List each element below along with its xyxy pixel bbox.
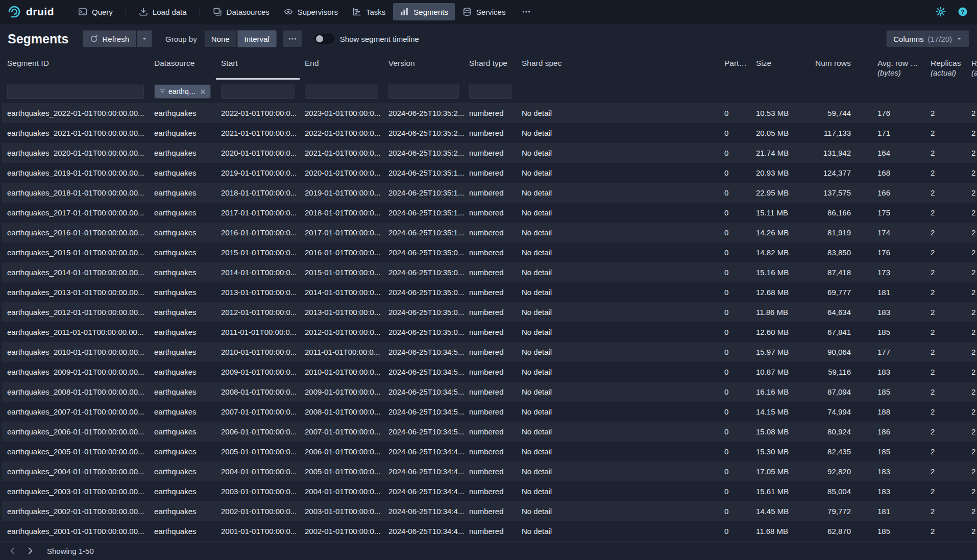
druid-console: druid QueryLoad dataDatasourcesSuperviso… — [0, 0, 977, 560]
cell-replication_factor: 2 — [966, 268, 977, 277]
cell-start: 2012-01-01T00:00:0... — [216, 308, 300, 316]
nav-more-button[interactable] — [515, 3, 538, 20]
column-header-shard_type[interactable]: Shard type — [464, 54, 517, 80]
filter-cell-segment_id — [2, 84, 149, 99]
columns-button[interactable]: Columns (17/20) — [886, 30, 969, 47]
column-header-datasource[interactable]: Datasource — [149, 54, 216, 80]
cell-num_rows: 90,064 — [810, 348, 872, 356]
filter-input-segment_id[interactable] — [7, 84, 144, 99]
cell-segment_id: earthquakes_2012-01-01T00:00:00.00... — [2, 308, 149, 316]
cell-num_rows: 62,870 — [810, 527, 872, 535]
table-row[interactable]: earthquakes_2014-01-01T00:00:00.00...ear… — [2, 262, 977, 282]
filter-input-datasource[interactable]: earthquake — [154, 84, 211, 99]
column-header-replicas[interactable]: Replicas(actual) — [925, 54, 966, 80]
cell-end: 2006-01-01T00:00:0... — [300, 447, 383, 456]
cell-datasource: earthquakes — [149, 308, 216, 316]
nav-item-datasources[interactable]: Datasources — [206, 3, 276, 20]
table-row[interactable]: earthquakes_2007-01-01T00:00:00.00...ear… — [2, 402, 977, 422]
table-row[interactable]: earthquakes_2003-01-01T00:00:00.00...ear… — [2, 481, 977, 501]
view-header: Segments Refresh Group by NoneInterval S… — [0, 23, 977, 54]
column-header-segment_id[interactable]: Segment ID — [2, 54, 149, 80]
segment-timeline-toggle[interactable]: Show segment timeline — [314, 34, 419, 44]
filter-cell-start — [216, 84, 300, 99]
column-header-num_rows[interactable]: Num rows — [810, 54, 872, 80]
filter-input-end[interactable] — [305, 84, 378, 99]
cell-shard_spec: No detail — [517, 228, 719, 237]
group-by-interval-button[interactable]: Interval — [237, 30, 277, 47]
datasource-filter-tag[interactable]: earthquake — [155, 85, 210, 98]
table-row[interactable]: earthquakes_2001-01-01T00:00:00.00...ear… — [2, 521, 977, 541]
cell-replicas: 2 — [925, 129, 966, 137]
cell-datasource: earthquakes — [149, 228, 216, 237]
table-row[interactable]: earthquakes_2015-01-01T00:00:00.00...ear… — [2, 242, 977, 262]
cell-end: 2017-01-01T00:00:0... — [300, 228, 383, 237]
nav-item-services[interactable]: Services — [456, 3, 512, 20]
tasks-icon — [352, 7, 361, 16]
cell-partition: 0 — [719, 168, 751, 177]
cell-start: 2004-01-01T00:00:0... — [216, 467, 300, 476]
column-label: Replication factor — [971, 59, 977, 68]
table-row[interactable]: earthquakes_2011-01-01T00:00:00.00...ear… — [2, 322, 977, 342]
table-row[interactable]: earthquakes_2018-01-01T00:00:00.00...ear… — [2, 183, 977, 203]
filter-input-shard_type[interactable] — [469, 84, 511, 99]
table-row[interactable]: earthquakes_2020-01-01T00:00:00.00...ear… — [2, 143, 977, 163]
settings-button[interactable] — [934, 5, 948, 19]
cell-end: 2018-01-01T00:00:0... — [300, 208, 383, 217]
table-row[interactable]: earthquakes_2021-01-01T00:00:00.00...ear… — [2, 123, 977, 143]
nav-item-load-data[interactable]: Load data — [132, 3, 193, 20]
table-row[interactable]: earthquakes_2005-01-01T00:00:00.00...ear… — [2, 442, 977, 461]
toggle-switch[interactable] — [314, 34, 334, 44]
cell-replicas: 2 — [925, 168, 966, 177]
cell-replication_factor: 2 — [966, 507, 977, 516]
column-header-partition[interactable]: Partition — [719, 54, 751, 80]
column-header-size[interactable]: Size — [751, 54, 810, 80]
cell-segment_id: earthquakes_2010-01-01T00:00:00.00... — [2, 348, 149, 356]
table-row[interactable]: earthquakes_2004-01-01T00:00:00.00...ear… — [2, 461, 977, 481]
table-row[interactable]: earthquakes_2002-01-01T00:00:00.00...ear… — [2, 501, 977, 521]
column-header-avg_row_size[interactable]: Avg. row size(bytes) — [872, 54, 925, 80]
nav-item-supervisors[interactable]: Supervisors — [277, 3, 345, 20]
table-row[interactable]: earthquakes_2008-01-01T00:00:00.00...ear… — [2, 382, 977, 402]
cell-replication_factor: 2 — [966, 109, 977, 117]
table-row[interactable]: earthquakes_2017-01-01T00:00:00.00...ear… — [2, 203, 977, 223]
remove-filter-button[interactable] — [200, 88, 206, 95]
table-row[interactable]: earthquakes_2016-01-01T00:00:00.00...ear… — [2, 223, 977, 242]
column-header-shard_spec[interactable]: Shard spec — [517, 54, 719, 80]
cell-datasource: earthquakes — [149, 248, 216, 257]
cell-num_rows: 86,166 — [810, 208, 872, 217]
cell-partition: 0 — [719, 427, 751, 436]
refresh-options-button[interactable] — [137, 30, 152, 47]
column-header-version[interactable]: Version — [383, 54, 464, 80]
table-row[interactable]: earthquakes_2012-01-01T00:00:00.00...ear… — [2, 302, 977, 322]
next-page-button[interactable] — [22, 544, 38, 558]
column-header-start[interactable]: Start — [216, 54, 300, 80]
brand[interactable]: druid — [7, 5, 54, 19]
cell-size: 15.11 MB — [751, 208, 810, 217]
cell-num_rows: 131,942 — [810, 149, 872, 157]
column-label: Version — [388, 59, 460, 68]
header-more-button[interactable] — [283, 30, 302, 47]
cell-replication_factor: 2 — [966, 168, 977, 177]
nav-item-tasks[interactable]: Tasks — [346, 3, 392, 20]
nav-item-query[interactable]: Query — [71, 3, 119, 20]
table-row[interactable]: earthquakes_2013-01-01T00:00:00.00...ear… — [2, 282, 977, 302]
table-row[interactable]: earthquakes_2010-01-01T00:00:00.00...ear… — [2, 342, 977, 362]
cell-version: 2024-06-25T10:34:5... — [383, 407, 464, 416]
prev-page-button[interactable] — [5, 544, 20, 558]
cell-avg_row_size: 185 — [872, 387, 925, 396]
table-row[interactable]: earthquakes_2009-01-01T00:00:00.00...ear… — [2, 362, 977, 382]
filter-cell-version — [383, 84, 464, 99]
cell-shard_spec: No detail — [517, 188, 719, 197]
table-row[interactable]: earthquakes_2022-01-01T00:00:00.00...ear… — [2, 103, 977, 123]
cell-replicas: 2 — [925, 188, 966, 197]
group-by-none-button[interactable]: None — [204, 30, 237, 47]
nav-item-segments[interactable]: Segments — [393, 3, 455, 20]
table-row[interactable]: earthquakes_2019-01-01T00:00:00.00...ear… — [2, 163, 977, 183]
help-button[interactable]: ? — [956, 5, 970, 19]
filter-input-version[interactable] — [388, 84, 459, 99]
column-header-end[interactable]: End — [300, 54, 383, 80]
refresh-button[interactable]: Refresh — [83, 30, 136, 47]
table-row[interactable]: earthquakes_2006-01-01T00:00:00.00...ear… — [2, 422, 977, 442]
column-header-replication_factor[interactable]: Replication factor(aspirational) — [966, 54, 977, 80]
filter-input-start[interactable] — [221, 84, 295, 99]
